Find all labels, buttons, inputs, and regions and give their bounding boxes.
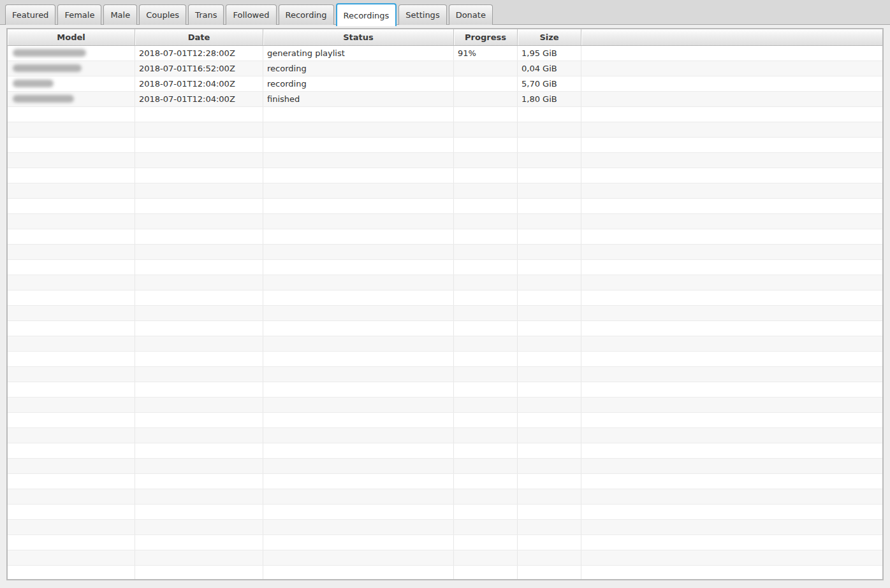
cell-progress <box>454 61 518 76</box>
cell-date <box>135 138 263 152</box>
cell-model <box>8 398 135 412</box>
cell-status <box>263 107 454 122</box>
tab-trans[interactable]: Trans <box>188 4 224 25</box>
app-window: FeaturedFemaleMaleCouplesTransFollowedRe… <box>0 0 890 588</box>
cell-model <box>8 275 135 290</box>
cell-size <box>518 566 581 579</box>
cell-filler <box>581 459 882 473</box>
cell-progress <box>454 153 518 168</box>
cell-size: 5,70 GiB <box>518 76 581 91</box>
cell-model <box>8 413 135 427</box>
cell-status <box>263 413 454 427</box>
cell-filler <box>581 566 882 579</box>
cell-filler <box>581 61 882 76</box>
cell-filler <box>581 275 882 290</box>
cell-date <box>135 245 263 259</box>
cell-progress <box>454 489 518 504</box>
cell-progress <box>454 138 518 152</box>
cell-date <box>135 229 263 244</box>
cell-filler <box>581 199 882 213</box>
table-row-empty <box>8 306 882 321</box>
cell-model <box>8 214 135 229</box>
cell-filler <box>581 229 882 244</box>
tab-donate[interactable]: Donate <box>449 4 493 25</box>
redacted-model-name <box>13 64 82 72</box>
table-row-empty <box>8 474 882 489</box>
redacted-model-name <box>13 49 86 57</box>
cell-model <box>8 46 135 61</box>
cell-status: recording <box>263 76 454 91</box>
cell-model <box>8 76 135 91</box>
table-row[interactable]: 2018-07-01T16:52:00Zrecording0,04 GiB <box>8 61 882 76</box>
cell-progress <box>454 168 518 183</box>
table-row-empty <box>8 153 882 168</box>
tab-female[interactable]: Female <box>57 4 101 25</box>
cell-model <box>8 336 135 351</box>
column-header-date[interactable]: Date <box>135 29 263 45</box>
table-header-row: ModelDateStatusProgressSize <box>8 29 882 46</box>
table-row-empty <box>8 505 882 520</box>
cell-date: 2018-07-01T12:04:00Z <box>135 76 263 91</box>
cell-model <box>8 122 135 137</box>
cell-progress: 91% <box>454 46 518 61</box>
cell-status: finished <box>263 92 454 106</box>
cell-status <box>263 306 454 320</box>
cell-size <box>518 459 581 473</box>
table-row[interactable]: 2018-07-01T12:28:00Zgenerating playlist9… <box>8 46 882 61</box>
tab-couples[interactable]: Couples <box>139 4 186 25</box>
cell-filler <box>581 122 882 137</box>
cell-size: 1,80 GiB <box>518 92 581 106</box>
cell-progress <box>454 352 518 366</box>
cell-date <box>135 214 263 229</box>
cell-status <box>263 153 454 168</box>
cell-status <box>263 321 454 336</box>
cell-model <box>8 443 135 458</box>
table-row-empty <box>8 122 882 138</box>
table-row-empty <box>8 535 882 550</box>
cell-date <box>135 550 263 565</box>
cell-date: 2018-07-01T12:28:00Z <box>135 46 263 61</box>
cell-filler <box>581 46 882 61</box>
column-header-status[interactable]: Status <box>263 29 454 45</box>
cell-filler <box>581 336 882 351</box>
cell-filler <box>581 520 882 534</box>
tab-male[interactable]: Male <box>103 4 137 25</box>
table-row[interactable]: 2018-07-01T12:04:00Zfinished1,80 GiB <box>8 92 882 107</box>
cell-status <box>263 122 454 137</box>
cell-filler <box>581 398 882 412</box>
cell-date <box>135 382 263 397</box>
column-header-size[interactable]: Size <box>518 29 581 45</box>
cell-size <box>518 398 581 412</box>
tab-recording[interactable]: Recording <box>279 4 334 25</box>
cell-status: generating playlist <box>263 46 454 61</box>
cell-status <box>263 275 454 290</box>
tab-followed[interactable]: Followed <box>226 4 276 25</box>
cell-model <box>8 153 135 168</box>
cell-size <box>518 122 581 137</box>
tab-featured[interactable]: Featured <box>5 4 55 25</box>
cell-status <box>263 505 454 519</box>
cell-progress <box>454 260 518 275</box>
cell-date <box>135 336 263 351</box>
cell-progress <box>454 566 518 579</box>
cell-model <box>8 520 135 534</box>
table-row-empty <box>8 107 882 122</box>
column-header-progress[interactable]: Progress <box>454 29 518 45</box>
cell-date <box>135 474 263 489</box>
cell-filler <box>581 550 882 565</box>
tab-recordings[interactable]: Recordings <box>336 3 397 26</box>
cell-model <box>8 367 135 382</box>
cell-date: 2018-07-01T16:52:00Z <box>135 61 263 76</box>
tab-settings[interactable]: Settings <box>398 4 446 25</box>
cell-size <box>518 229 581 244</box>
table-row-empty <box>8 443 882 459</box>
table-row-empty <box>8 229 882 245</box>
table-row-empty <box>8 214 882 229</box>
column-header-model[interactable]: Model <box>8 29 135 45</box>
table-row[interactable]: 2018-07-01T12:04:00Zrecording5,70 GiB <box>8 76 882 92</box>
cell-status <box>263 550 454 565</box>
table-row-empty <box>8 550 882 566</box>
cell-model <box>8 352 135 366</box>
cell-model <box>8 382 135 397</box>
cell-status <box>263 489 454 504</box>
